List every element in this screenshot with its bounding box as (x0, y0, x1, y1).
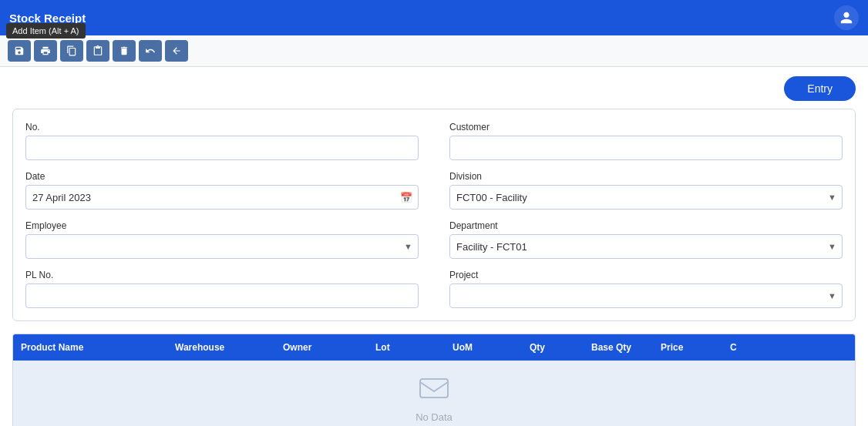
division-field-group: Division ▼ (449, 171, 843, 210)
person-icon (839, 11, 853, 25)
undo-icon (145, 45, 156, 56)
entry-button[interactable]: Entry (784, 76, 856, 101)
user-avatar[interactable] (834, 5, 859, 30)
delete-icon (119, 45, 130, 56)
save-button[interactable] (8, 40, 31, 62)
col-warehouse: Warehouse (167, 334, 275, 361)
print-button[interactable] (34, 40, 57, 62)
date-field-group: Date 📅 (25, 171, 419, 210)
paste-button[interactable] (86, 40, 109, 62)
copy-button[interactable] (60, 40, 83, 62)
col-qty: Qty (522, 334, 584, 361)
topbar: Stock Receipt Add Item (Alt + A) (0, 0, 868, 35)
app-title: Stock Receipt (9, 12, 86, 25)
empty-state-icon (419, 376, 449, 401)
project-field-group: Project ▼ (449, 270, 843, 308)
table-body: No Data (13, 361, 855, 426)
col-lot: Lot (368, 334, 445, 361)
division-select-wrapper: ▼ (449, 185, 843, 210)
employee-label: Employee (25, 220, 419, 231)
project-select-wrapper: ▼ (449, 283, 843, 308)
product-table: Product Name Warehouse Owner Lot UoM Qty… (12, 334, 856, 426)
no-input[interactable] (25, 136, 419, 160)
col-base-qty: Base Qty (584, 334, 653, 361)
no-field-group: No. (25, 122, 419, 160)
no-data-icon (419, 376, 449, 407)
entry-row: Entry (12, 76, 856, 101)
col-product-name: Product Name (13, 334, 167, 361)
division-input[interactable] (449, 185, 843, 210)
customer-field-group: Customer (449, 122, 843, 160)
tooltip: Add Item (Alt + A) (6, 23, 86, 39)
date-input[interactable] (25, 185, 419, 210)
project-input[interactable] (449, 283, 843, 308)
date-wrapper: 📅 (25, 185, 419, 210)
department-select-wrapper: ▼ (449, 234, 843, 259)
form-container: No. Date 📅 Employee ▼ PL No. (12, 109, 856, 321)
print-icon (40, 45, 51, 56)
toolbar (0, 35, 868, 67)
division-label: Division (449, 171, 843, 182)
back-icon (171, 45, 182, 56)
employee-input[interactable] (25, 234, 419, 259)
paste-icon (93, 45, 103, 56)
back-button[interactable] (165, 40, 188, 62)
customer-input[interactable] (449, 136, 843, 160)
no-label: No. (25, 122, 419, 132)
col-uom: UoM (445, 334, 522, 361)
save-icon (14, 45, 25, 56)
copy-icon (66, 45, 77, 56)
col-price: Price (653, 334, 722, 361)
department-input[interactable] (449, 234, 843, 259)
table-header: Product Name Warehouse Owner Lot UoM Qty… (13, 334, 855, 361)
form-right: Customer Division ▼ Department ▼ Project (449, 122, 843, 308)
main-content: Entry No. Date 📅 Employee ▼ (0, 67, 868, 426)
delete-button[interactable] (113, 40, 136, 62)
employee-select-wrapper: ▼ (25, 234, 419, 259)
date-label: Date (25, 171, 419, 182)
no-data-label: No Data (415, 411, 453, 423)
pl-no-label: PL No. (25, 270, 419, 280)
department-label: Department (449, 220, 843, 231)
pl-no-input[interactable] (25, 283, 419, 308)
col-c: C (722, 334, 769, 361)
pl-no-field-group: PL No. (25, 270, 419, 308)
col-owner: Owner (275, 334, 368, 361)
employee-field-group: Employee ▼ (25, 220, 419, 259)
svg-rect-0 (420, 379, 448, 397)
project-label: Project (449, 270, 843, 280)
form-left: No. Date 📅 Employee ▼ PL No. (25, 122, 419, 308)
customer-label: Customer (449, 122, 843, 132)
undo-button[interactable] (139, 40, 162, 62)
department-field-group: Department ▼ (449, 220, 843, 259)
